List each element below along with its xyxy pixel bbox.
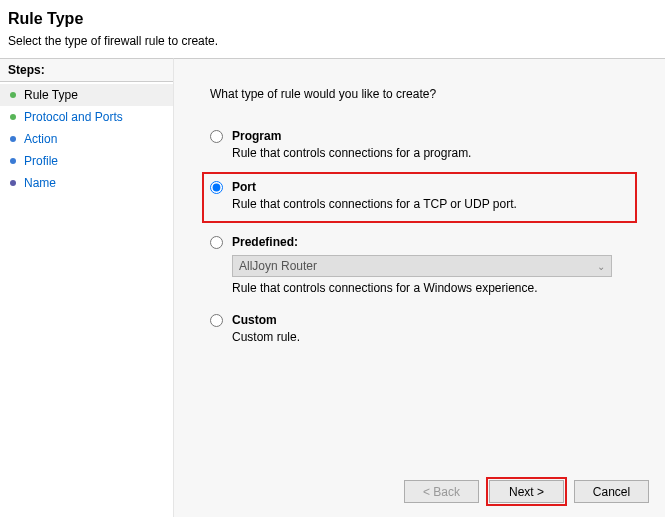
step-label: Protocol and Ports bbox=[24, 110, 123, 124]
cancel-button[interactable]: Cancel bbox=[574, 480, 649, 503]
highlight-port-option: Port Rule that controls connections for … bbox=[202, 172, 637, 223]
main-panel: What type of rule would you like to crea… bbox=[174, 58, 665, 517]
step-label: Name bbox=[24, 176, 56, 190]
step-rule-type[interactable]: Rule Type bbox=[0, 84, 173, 106]
wizard-header: Rule Type Select the type of firewall ru… bbox=[0, 0, 665, 54]
step-action[interactable]: Action bbox=[0, 128, 173, 150]
rule-type-question: What type of rule would you like to crea… bbox=[210, 87, 637, 101]
steps-sidebar: Steps: Rule Type Protocol and Ports Acti… bbox=[0, 58, 174, 517]
option-custom-label: Custom bbox=[232, 313, 637, 327]
predefined-selected-value: AllJoyn Router bbox=[239, 259, 317, 273]
option-predefined-desc: Rule that controls connections for a Win… bbox=[232, 281, 637, 295]
option-predefined[interactable]: Predefined: AllJoyn Router ⌄ Rule that c… bbox=[210, 235, 637, 295]
option-program-desc: Rule that controls connections for a pro… bbox=[232, 146, 637, 160]
bullet-icon bbox=[10, 114, 16, 120]
option-custom[interactable]: Custom Custom rule. bbox=[210, 313, 637, 344]
predefined-select: AllJoyn Router ⌄ bbox=[232, 255, 612, 277]
step-label: Rule Type bbox=[24, 88, 78, 102]
option-port[interactable]: Port Rule that controls connections for … bbox=[210, 180, 629, 211]
step-label: Profile bbox=[24, 154, 58, 168]
page-subtitle: Select the type of firewall rule to crea… bbox=[8, 34, 657, 48]
option-program-label: Program bbox=[232, 129, 637, 143]
radio-custom[interactable] bbox=[210, 314, 223, 327]
step-profile[interactable]: Profile bbox=[0, 150, 173, 172]
page-title: Rule Type bbox=[8, 10, 657, 28]
radio-program[interactable] bbox=[210, 130, 223, 143]
bullet-icon bbox=[10, 158, 16, 164]
radio-predefined[interactable] bbox=[210, 236, 223, 249]
step-name[interactable]: Name bbox=[0, 172, 173, 194]
step-protocol-and-ports[interactable]: Protocol and Ports bbox=[0, 106, 173, 128]
option-custom-desc: Custom rule. bbox=[232, 330, 637, 344]
bullet-icon bbox=[10, 92, 16, 98]
option-port-label: Port bbox=[232, 180, 629, 194]
wizard-buttons: < Back Next > Cancel bbox=[404, 480, 649, 503]
option-program[interactable]: Program Rule that controls connections f… bbox=[210, 129, 637, 160]
steps-heading: Steps: bbox=[0, 59, 173, 82]
step-label: Action bbox=[24, 132, 57, 146]
chevron-down-icon: ⌄ bbox=[597, 261, 605, 272]
back-button: < Back bbox=[404, 480, 479, 503]
bullet-icon bbox=[10, 136, 16, 142]
option-predefined-label: Predefined: bbox=[232, 235, 637, 249]
bullet-icon bbox=[10, 180, 16, 186]
next-button[interactable]: Next > bbox=[489, 480, 564, 503]
option-port-desc: Rule that controls connections for a TCP… bbox=[232, 197, 629, 211]
radio-port[interactable] bbox=[210, 181, 223, 194]
